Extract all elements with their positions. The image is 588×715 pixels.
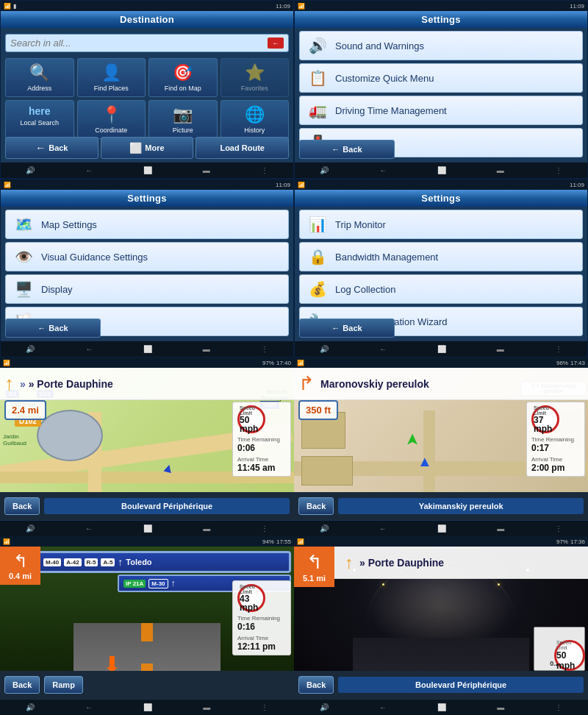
street-name8: » Porte Dauphine <box>359 557 444 569</box>
status-bar-p7: 📶 94% 17:55 <box>0 536 294 547</box>
back-button-map5[interactable]: Back <box>4 497 40 515</box>
time-p8: 17:36 <box>570 538 585 545</box>
destination-panel: 📶 ▮ 11:09 Destination ← 🔍 Address 👤 <box>0 0 294 179</box>
back-button-map6[interactable]: Back <box>298 497 334 515</box>
street-bottom8: Boulevard Périphérique <box>338 677 584 693</box>
dest-find-places[interactable]: 👤 Find Places <box>77 58 146 97</box>
address-icon: 🔍 <box>29 63 49 82</box>
sl-value8: 50 mph <box>556 650 583 671</box>
picture-icon: 📷 <box>173 105 193 124</box>
nav-bar-p3: 🔊←⬜▬⋮ <box>1 341 293 357</box>
arrival-value: 11:45 am <box>237 463 286 473</box>
turn-direction-icon8: ↰ <box>306 551 323 574</box>
turn-distance: 0.4 mi <box>9 572 32 580</box>
back-button-p4[interactable]: ← Back <box>299 319 395 338</box>
sl-label8: Speed Limit <box>556 640 583 650</box>
speed-limit8: Speed Limit 50 mph <box>554 640 585 671</box>
driving-time-label: Driving Time Management <box>335 105 447 116</box>
back-icon: ← <box>35 142 46 154</box>
settings-visual[interactable]: 👁️ Visual Guidance Settings <box>5 242 289 271</box>
distance-display: 2.4 mi <box>4 400 46 420</box>
arrival-label: Arrival Time <box>237 456 286 463</box>
settings-sound[interactable]: 🔊 Sound and Warnings <box>299 31 583 60</box>
nav-bar-p4: 🔊←⬜▬⋮ <box>295 341 587 357</box>
dest-address[interactable]: 🔍 Address <box>5 58 74 97</box>
favorites-label: Favorites <box>241 85 268 92</box>
battery-p8: 97% <box>556 538 568 545</box>
driving-time-icon: 🚛 <box>307 102 328 119</box>
local-search-icon: here <box>29 105 51 117</box>
back-button-p2[interactable]: ← Back <box>299 140 395 159</box>
more-button[interactable]: ⬜ More <box>101 137 194 159</box>
nav-header-bar6: ↱ Maronovskiy pereulok <box>294 368 588 400</box>
settings-driving-time[interactable]: 🚛 Driving Time Management <box>299 96 583 125</box>
settings-trip[interactable]: 📊 Trip Monitor <box>299 210 583 239</box>
distance-value: 2.4 mi <box>12 405 39 416</box>
ramp-button[interactable]: Ramp <box>44 676 83 694</box>
info-panel7: Speed Limit 43 mph Time Remaining 0:16 A… <box>232 580 291 655</box>
local-search-label: Local Search <box>20 119 59 127</box>
map-porte-dauphine: 📶 97% 17:40 D1 D22 N285 D102 🛒 Bois deBo… <box>0 358 294 536</box>
history-label: History <box>244 127 265 134</box>
map-label: Map Settings <box>41 219 97 230</box>
load-route-label: Load Route <box>220 143 265 152</box>
info-panel6: Speed Limit 37 mph Time Remaining 0:17 A… <box>526 402 585 477</box>
nav-position: ▲ <box>417 453 432 470</box>
nav-bar-p8: 🔊←⬜▬⋮ <box>294 699 588 715</box>
dest-coordinate[interactable]: 📍 Coordinate <box>77 100 146 139</box>
signal-icon: 📶 <box>4 3 11 10</box>
back-button-map7[interactable]: Back <box>4 676 40 694</box>
display-label: Display <box>41 284 73 295</box>
speed-limit6: Speed Limit 37 mph <box>531 405 559 433</box>
light3 <box>382 583 384 586</box>
visual-icon: 👁️ <box>13 248 34 266</box>
settings-display[interactable]: 🖥️ Display <box>5 274 289 304</box>
bottom-bar-map7: Back Ramp <box>0 671 294 699</box>
status-bar-p4: 📶 11:09 <box>295 179 587 190</box>
settings-quick-menu[interactable]: 📋 Customize Quick Menu <box>299 63 583 93</box>
nav-header-bar: ↑ » » Porte Dauphine <box>0 368 294 400</box>
settings-panel-trip: 📶 11:09 Settings 📊 Trip Monitor 🔒 Bandwi… <box>294 179 588 358</box>
load-route-button[interactable]: Load Route <box>196 137 289 159</box>
building-oval <box>37 410 103 461</box>
search-input[interactable] <box>10 38 268 49</box>
display-icon: 🖥️ <box>13 280 34 298</box>
arrival-container: Arrival Time 11:45 am <box>237 456 286 473</box>
distance-value6: 350 ft <box>306 405 331 416</box>
settings-log[interactable]: 💰 Log Collection <box>299 274 583 304</box>
nav-a2: ▬ <box>497 166 504 174</box>
sound-icon: 🔊 <box>307 37 328 54</box>
settings-bandwidth[interactable]: 🔒 Bandwidth Management <box>299 242 583 271</box>
back-button-p3[interactable]: ← Back <box>5 319 101 338</box>
dest-picture[interactable]: 📷 Picture <box>148 100 218 139</box>
street-name6: Maronovskiy pereulok <box>320 378 429 390</box>
dest-favorites[interactable]: ⭐ Favorites <box>220 58 290 97</box>
history-icon: 🌐 <box>245 105 265 124</box>
delete-button[interactable]: ← <box>268 38 284 49</box>
back-icon-p4: ← <box>331 324 340 332</box>
signal-p3: 📶 <box>4 182 11 188</box>
time-p5: 17:40 <box>276 360 291 366</box>
highway-sign: M-40 A-42 R-5 A-5 ↑ Toledo <box>37 551 291 573</box>
dest-history[interactable]: 🌐 History <box>220 100 290 139</box>
road-ip21a: IP 21A <box>123 580 146 588</box>
bandwidth-label: Bandwidth Management <box>335 252 438 263</box>
back-button-map8[interactable]: Back <box>298 676 334 694</box>
time-remaining-label: Time Remaining <box>237 436 286 443</box>
time-remaining7: Time Remaining 0:16 <box>237 615 286 632</box>
nav-bar-p5: 🔊←⬜▬⋮ <box>0 520 294 536</box>
time-p1: 11:09 <box>276 3 290 10</box>
block3 <box>301 456 353 485</box>
back-button[interactable]: ← Back <box>5 137 98 159</box>
coordinate-label: Coordinate <box>95 127 127 134</box>
search-bar[interactable]: ← <box>5 34 289 52</box>
nav-bar-p2: 🔊 ← ⬜ ▬ ⋮ <box>295 162 587 178</box>
quick-menu-icon: 📋 <box>307 69 328 87</box>
dest-local-search[interactable]: here Local Search <box>5 100 74 139</box>
find-places-icon: 👤 <box>101 63 121 82</box>
time-remaining-value: 0:06 <box>237 443 286 453</box>
dest-find-map[interactable]: 🎯 Find on Map <box>148 58 218 97</box>
street-bottom: Boulevard Périphérique <box>44 498 290 514</box>
settings-map[interactable]: 🗺️ Map Settings <box>5 210 289 239</box>
time-remaining6: Time Remaining 0:17 <box>531 436 580 453</box>
